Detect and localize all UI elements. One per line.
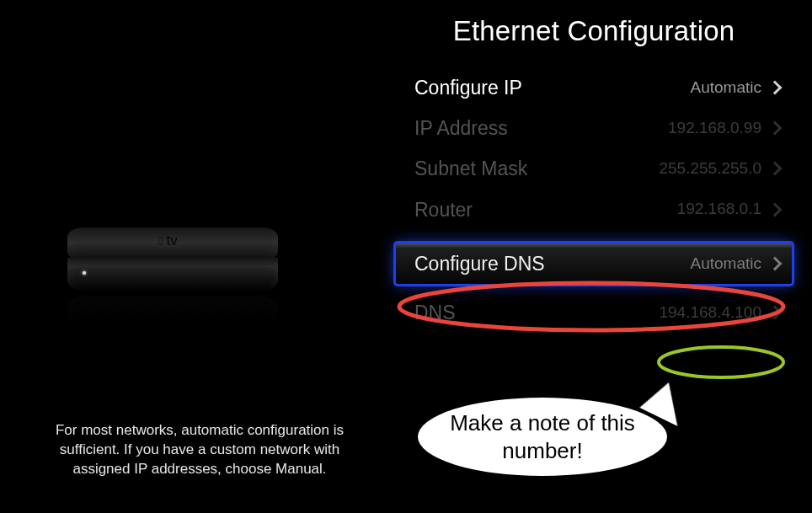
- chevron-right-icon: [768, 306, 783, 320]
- chevron-right-icon: [768, 81, 783, 95]
- row-label: DNS: [414, 299, 456, 326]
- device-status-led: [83, 271, 86, 275]
- row-label: Configure DNS: [414, 250, 545, 277]
- row-configure-dns[interactable]: Configure DNS Automatic: [396, 243, 792, 284]
- row-label: Subnet Mask: [414, 155, 527, 182]
- apple-logo-icon: : [158, 234, 163, 247]
- row-value-wrap: 192.168.0.1: [677, 198, 780, 221]
- callout-text: Make a note of this number!: [450, 410, 635, 463]
- page-title: Ethernet Configuration: [396, 15, 792, 47]
- chevron-right-icon: [768, 256, 783, 270]
- row-dns[interactable]: DNS 194.168.4.100: [396, 292, 792, 333]
- device-logo-text: tv: [166, 232, 177, 249]
- row-value: 255.255.255.0: [659, 158, 761, 180]
- row-label: IP Address: [414, 115, 508, 142]
- settings-panel: Ethernet Configuration Configure IP Auto…: [396, 0, 792, 333]
- help-text: For most networks, automatic configurati…: [32, 421, 367, 479]
- settings-list: Configure IP Automatic IP Address 192.16…: [396, 67, 792, 333]
- row-value: 192.168.0.1: [677, 198, 761, 221]
- row-value-wrap: Automatic: [691, 77, 780, 99]
- row-subnet-mask[interactable]: Subnet Mask 255.255.255.0: [396, 148, 792, 189]
- row-value: Automatic: [691, 77, 761, 99]
- row-ip-address[interactable]: IP Address 192.168.0.99: [396, 108, 792, 148]
- device-reflection: [67, 297, 278, 323]
- device-top:  tv: [67, 227, 278, 261]
- device-logo:  tv: [158, 232, 178, 249]
- callout-bubble: Make a note of this number!: [416, 396, 669, 478]
- row-value-wrap: 194.168.4.100: [659, 302, 780, 324]
- row-router[interactable]: Router 192.168.0.1: [396, 190, 792, 230]
- chevron-right-icon: [768, 121, 783, 136]
- row-label: Router: [414, 196, 473, 223]
- row-value-wrap: 192.168.0.99: [668, 117, 780, 140]
- device-body: [67, 258, 278, 291]
- chevron-right-icon: [768, 202, 783, 216]
- row-label: Configure IP: [414, 74, 522, 101]
- row-value: 192.168.0.99: [668, 117, 761, 140]
- chevron-right-icon: [768, 162, 783, 176]
- row-value-wrap: 255.255.255.0: [659, 158, 780, 180]
- apple-tv-device-illustration:  tv: [67, 227, 278, 329]
- row-value: 194.168.4.100: [659, 302, 761, 324]
- green-oval-annotation: [659, 347, 783, 377]
- left-panel:  tv For most networks, automatic config…: [0, 0, 387, 513]
- row-value-wrap: Automatic: [691, 253, 780, 275]
- row-value: Automatic: [691, 253, 761, 275]
- row-configure-ip[interactable]: Configure IP Automatic: [396, 67, 792, 108]
